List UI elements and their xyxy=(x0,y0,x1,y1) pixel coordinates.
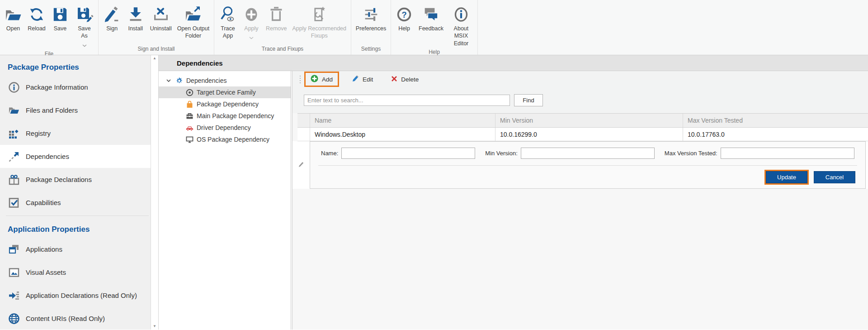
ribbon-group-file: Open Reload Save Save As File xyxy=(0,0,99,55)
content-uris-icon xyxy=(8,313,20,325)
ribbon-group-help: ? Help Feedback About MSIX Editor Help xyxy=(391,0,478,55)
add-button[interactable]: Add xyxy=(306,73,338,86)
ribbon-group-sign-install-buttons: Sign Install Uninstall Open Output Folde… xyxy=(99,0,214,44)
apply-button[interactable]: Apply xyxy=(240,3,263,42)
table-row[interactable]: Windows.Desktop 10.0.16299.0 10.0.17763.… xyxy=(297,128,868,141)
trace-app-button[interactable]: Trace App xyxy=(216,3,240,40)
save-button[interactable]: Save xyxy=(48,3,72,33)
dependencies-detail-panel: Add Edit Delete Find xyxy=(292,71,868,330)
uninstall-icon xyxy=(152,4,170,25)
add-button-highlight-box: Add xyxy=(304,72,339,87)
add-icon xyxy=(311,75,318,84)
scroll-down-arrow-icon[interactable]: ▼ xyxy=(153,325,156,328)
feedback-button[interactable]: Feedback xyxy=(416,3,446,33)
scroll-up-arrow-icon[interactable]: ▲ xyxy=(153,57,156,60)
name-field-label: Name: xyxy=(321,150,338,157)
tree-item-package-dependency[interactable]: Package Dependency xyxy=(159,98,291,110)
sidebar-item-visual-assets[interactable]: Visual Assets xyxy=(0,261,151,284)
cancel-button[interactable]: Cancel xyxy=(814,171,855,183)
ribbon-group-sign-install-label: Sign and Install xyxy=(99,44,214,55)
sidebar-item-label: Visual Assets xyxy=(26,268,66,276)
ribbon-group-settings-label: Settings xyxy=(351,44,391,55)
chevron-down-icon[interactable] xyxy=(165,77,172,85)
edit-button[interactable]: Edit xyxy=(347,73,378,86)
sidebar-item-capabilities[interactable]: Capabilities xyxy=(0,191,151,214)
edit-row-pencil-icon xyxy=(298,161,304,169)
delete-button-label: Delete xyxy=(401,76,419,83)
remove-button-label: Remove xyxy=(266,25,287,32)
remove-icon xyxy=(267,4,285,25)
tree-item-dependencies-root[interactable]: Dependencies xyxy=(159,75,291,86)
ribbon-group-help-buttons: ? Help Feedback About MSIX Editor xyxy=(391,0,477,48)
open-output-folder-button[interactable]: Open Output Folder xyxy=(175,3,212,40)
max-version-tested-field[interactable] xyxy=(721,148,854,159)
sidebar-item-applications[interactable]: Applications xyxy=(0,238,151,261)
tree-item-target-device-family[interactable]: Target Device Family xyxy=(159,86,291,98)
update-button[interactable]: Update xyxy=(766,171,807,183)
cell-name: Windows.Desktop xyxy=(310,128,495,141)
tree-item-label: OS Package Dependency xyxy=(197,136,269,143)
files-and-folders-icon xyxy=(8,105,20,116)
remove-button[interactable]: Remove xyxy=(263,3,290,33)
reload-icon xyxy=(28,4,46,25)
sidebar-item-label: Capabilities xyxy=(26,199,61,206)
sign-button[interactable]: Sign xyxy=(100,3,124,33)
package-information-icon xyxy=(8,81,20,93)
sidebar-item-content-uris[interactable]: Content URIs (Read Only) xyxy=(0,307,151,330)
save-as-button[interactable]: Save As xyxy=(72,3,97,49)
uninstall-button[interactable]: Uninstall xyxy=(147,3,175,33)
capabilities-icon xyxy=(8,197,20,209)
install-button[interactable]: Install xyxy=(124,3,147,33)
help-button-label: Help xyxy=(398,25,410,32)
search-input[interactable] xyxy=(304,95,510,106)
help-button[interactable]: ? Help xyxy=(392,3,416,33)
apply-recommended-fixups-button[interactable]: Apply Recommended Fixups xyxy=(290,3,349,40)
apply-button-label: Apply xyxy=(244,25,258,32)
name-field[interactable] xyxy=(341,148,475,159)
save-as-dropdown-chevron-icon[interactable] xyxy=(82,41,87,49)
delete-x-icon xyxy=(391,76,397,83)
package-declarations-icon xyxy=(8,174,20,186)
edit-form: Name: Min Version: Max Version Tested: U… xyxy=(310,141,866,189)
sidebar-item-label: Registry xyxy=(26,129,51,137)
max-version-tested-field-label: Max Version Tested: xyxy=(665,150,717,157)
sidebar-scrollbar[interactable]: ▲ ▼ xyxy=(151,55,159,330)
sidebar-section-application-properties-title: Application Properties xyxy=(0,217,151,238)
tree-item-os-package-dependency[interactable]: OS Package Dependency xyxy=(159,134,291,145)
column-header-min-version[interactable]: Min Version xyxy=(495,114,683,127)
sidebar-item-dependencies[interactable]: Dependencies xyxy=(0,145,151,168)
trace-app-button-label: Trace App xyxy=(221,25,235,40)
ribbon-empty-area xyxy=(478,0,868,55)
reload-button[interactable]: Reload xyxy=(25,3,48,33)
open-button-label: Open xyxy=(6,25,20,32)
tree-item-label: Main Package Dependency xyxy=(197,112,274,120)
about-msix-editor-button[interactable]: About MSIX Editor xyxy=(446,3,476,48)
target-icon xyxy=(186,89,193,96)
sidebar-item-application-declarations[interactable]: Application Declarations (Read Only) xyxy=(0,284,151,307)
delete-button[interactable]: Delete xyxy=(386,74,424,85)
column-header-name[interactable]: Name xyxy=(310,114,495,127)
find-button[interactable]: Find xyxy=(514,94,543,106)
monitor-icon xyxy=(186,136,193,143)
column-header-max-version-tested[interactable]: Max Version Tested xyxy=(683,114,868,127)
preferences-button[interactable]: Preferences xyxy=(353,3,389,33)
edit-form-fields: Name: Min Version: Max Version Tested: xyxy=(310,142,865,159)
sidebar-item-files-and-folders[interactable]: Files and Folders xyxy=(0,99,151,122)
apply-recommended-fixups-button-label: Apply Recommended Fixups xyxy=(292,25,347,40)
about-msix-editor-button-label: About MSIX Editor xyxy=(449,25,473,47)
sign-button-label: Sign xyxy=(106,25,118,32)
open-button[interactable]: Open xyxy=(1,3,25,33)
toolbar-drag-handle-icon[interactable] xyxy=(296,76,304,83)
sidebar-item-package-information[interactable]: Package Information xyxy=(0,76,151,99)
sidebar-item-package-declarations[interactable]: Package Declarations xyxy=(0,168,151,191)
detail-panel-empty-area xyxy=(292,189,868,330)
ribbon-group-trace-fixups: Trace App Apply Remove Apply Recommended… xyxy=(214,0,351,55)
sidebar-item-registry[interactable]: Registry xyxy=(0,122,151,145)
tree-item-driver-dependency[interactable]: Driver Dependency xyxy=(159,122,291,134)
min-version-field[interactable] xyxy=(521,148,655,159)
save-icon xyxy=(51,4,69,25)
edit-button-label: Edit xyxy=(363,76,373,83)
tree-item-main-package-dependency[interactable]: Main Package Dependency xyxy=(159,110,291,122)
applications-icon xyxy=(8,244,20,255)
table-header-gutter xyxy=(297,114,310,127)
